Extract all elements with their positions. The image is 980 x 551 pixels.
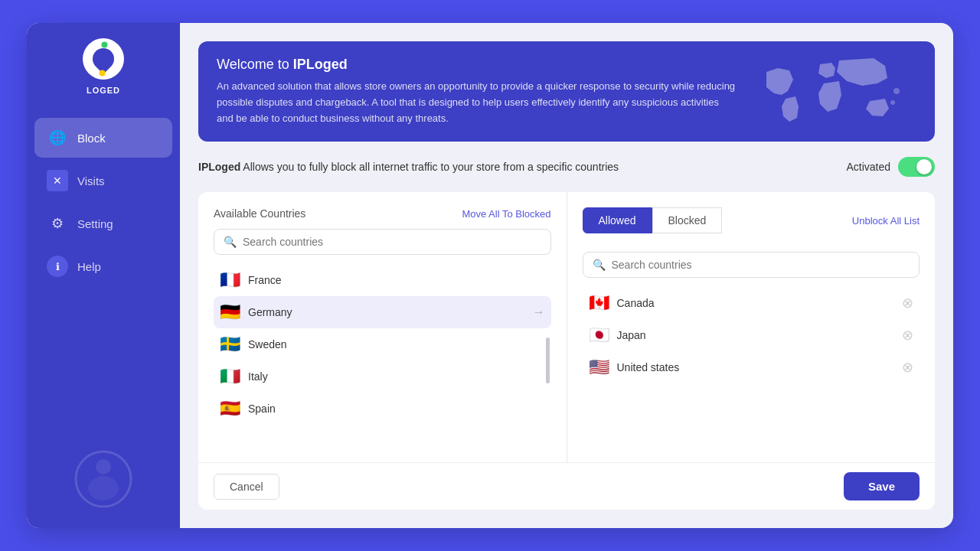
sidebar-watermark: [73, 448, 134, 513]
right-search-icon: 🔍: [593, 259, 606, 271]
info-icon: ℹ: [47, 256, 68, 277]
welcome-banner: Welcome to IPLoged An advanced solution …: [198, 41, 935, 142]
svg-point-4: [890, 100, 895, 105]
list-item[interactable]: 🇮🇹 Italy: [214, 360, 551, 393]
arrow-right-icon: →: [533, 305, 545, 319]
svg-point-1: [96, 459, 111, 474]
left-country-list: 🇫🇷 France 🇩🇪 Germany → 🇸🇪 Sweden: [214, 264, 551, 447]
logo: LOGED: [83, 38, 124, 95]
flag-france: 🇫🇷: [220, 272, 240, 289]
svg-point-3: [893, 88, 900, 94]
svg-point-2: [88, 476, 119, 500]
remove-icon[interactable]: ⊗: [902, 327, 913, 344]
left-search-box: 🔍: [214, 229, 551, 255]
country-name: Japan: [617, 329, 895, 341]
country-name: Sweden: [248, 338, 545, 350]
right-search-box: 🔍: [583, 252, 920, 278]
flag-us: 🇺🇸: [589, 359, 609, 376]
tab-allowed[interactable]: Allowed: [583, 207, 652, 233]
remove-icon[interactable]: ⊗: [902, 359, 913, 376]
flag-japan: 🇯🇵: [589, 327, 609, 344]
bottom-buttons: Cancel Save: [198, 462, 935, 510]
list-item[interactable]: 🇩🇪 Germany →: [214, 296, 551, 328]
panels-inner: Available Countries Move All To Blocked …: [198, 192, 935, 462]
sidebar-item-help[interactable]: ℹ Help: [34, 246, 172, 286]
welcome-description: An advanced solution that allows store o…: [217, 79, 737, 126]
sidebar-item-block-label: Block: [77, 132, 106, 145]
unblock-all-link[interactable]: Unblock All List: [852, 215, 920, 227]
flag-canada: 🇨🇦: [589, 295, 609, 311]
sidebar-nav: 🌐 Block ✕ Visits ⚙ Setting ℹ Help: [27, 118, 180, 286]
tabs-row: Allowed Blocked Unblock All List: [583, 207, 920, 233]
left-search-input[interactable]: [243, 236, 541, 248]
save-button[interactable]: Save: [844, 472, 920, 500]
panels-wrapper: Available Countries Move All To Blocked …: [198, 192, 935, 510]
controls-description: IPLoged Allows you to fully block all in…: [198, 161, 619, 173]
sidebar-item-block[interactable]: 🌐 Block: [34, 118, 172, 158]
list-item[interactable]: 🇯🇵 Japan ⊗: [583, 319, 920, 351]
flag-germany: 🇩🇪: [220, 304, 240, 321]
right-panel: Allowed Blocked Unblock All List 🔍 🇨🇦: [567, 192, 936, 462]
country-name: France: [248, 274, 545, 286]
list-item[interactable]: 🇪🇸 Spain: [214, 393, 551, 425]
world-map-icon: [751, 49, 920, 142]
gear-icon: ⚙: [47, 213, 68, 234]
list-item[interactable]: 🇸🇪 Sweden: [214, 328, 551, 360]
country-name: Germany: [248, 306, 525, 318]
logo-text: LOGED: [87, 86, 120, 95]
flag-sweden: 🇸🇪: [220, 336, 240, 353]
left-panel-title: Available Countries: [214, 207, 305, 220]
sidebar-item-setting[interactable]: ⚙ Setting: [34, 204, 172, 243]
list-item[interactable]: 🇫🇷 France: [214, 264, 551, 296]
visits-icon: ✕: [47, 170, 68, 191]
scrollbar-thumb[interactable]: [546, 337, 550, 383]
welcome-title: Welcome to IPLoged: [217, 57, 737, 73]
main-content: Welcome to IPLoged An advanced solution …: [180, 23, 953, 528]
sidebar-item-visits[interactable]: ✕ Visits: [34, 161, 172, 201]
welcome-text: Welcome to IPLoged An advanced solution …: [217, 57, 737, 126]
activation-label: Activated: [846, 161, 890, 173]
list-item[interactable]: 🇨🇦 Canada ⊗: [583, 287, 920, 319]
sidebar-item-help-label: Help: [77, 260, 101, 273]
left-search-icon: 🔍: [224, 236, 237, 248]
controls-row: IPLoged Allows you to fully block all in…: [198, 154, 935, 180]
left-panel: Available Countries Move All To Blocked …: [198, 192, 567, 462]
globe-icon: 🌐: [47, 127, 68, 148]
flag-italy: 🇮🇹: [220, 368, 240, 385]
list-item[interactable]: 🇺🇸 United states ⊗: [583, 351, 920, 383]
country-name: Spain: [248, 403, 545, 415]
right-panel-header: Allowed Blocked Unblock All List: [583, 207, 920, 243]
right-country-list: 🇨🇦 Canada ⊗ 🇯🇵 Japan ⊗ 🇺🇸 United states: [583, 287, 920, 447]
move-all-link[interactable]: Move All To Blocked: [462, 208, 550, 220]
sidebar-item-visits-label: Visits: [77, 174, 105, 187]
remove-icon[interactable]: ⊗: [902, 295, 913, 311]
activation-control: Activated: [846, 157, 935, 177]
left-panel-header: Available Countries Move All To Blocked: [214, 207, 551, 220]
activation-toggle[interactable]: [898, 157, 935, 177]
flag-spain: 🇪🇸: [220, 400, 240, 417]
right-search-input[interactable]: [612, 259, 910, 271]
sidebar: LOGED 🌐 Block ✕ Visits ⚙ Setting ℹ Help: [27, 23, 180, 528]
cancel-button[interactable]: Cancel: [214, 474, 279, 500]
logo-icon: [83, 38, 124, 80]
sidebar-item-setting-label: Setting: [77, 217, 113, 230]
country-name: Italy: [248, 370, 545, 383]
country-name: Canada: [617, 297, 895, 309]
tab-blocked[interactable]: Blocked: [652, 207, 723, 233]
country-name: United states: [617, 361, 895, 373]
